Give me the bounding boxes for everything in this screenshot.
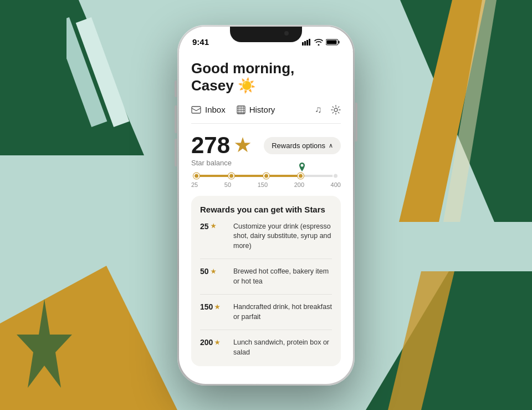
reward-25-number: 25 (200, 222, 209, 231)
reward-item-50: 50 ★ Brewed hot coffee, bakery item or h… (200, 267, 332, 286)
location-pin-icon (298, 163, 306, 174)
nav-right-icons: ♫ (315, 104, 341, 115)
current-position-marker (298, 163, 306, 176)
svg-point-15 (334, 108, 337, 112)
progress-dot-150 (263, 173, 269, 179)
svg-rect-6 (327, 40, 337, 44)
reward-200-desc: Lunch sandwich, protein box or salad (233, 338, 332, 357)
svg-rect-7 (192, 107, 201, 113)
nav-row: Inbox History (191, 104, 341, 124)
label-150: 150 (258, 181, 268, 188)
reward-150-desc: Handcrafted drink, hot breakfast or parf… (233, 302, 332, 322)
progress-section: 25 50 150 200 400 (191, 175, 341, 188)
label-50: 50 (224, 181, 231, 188)
label-200: 200 (294, 181, 304, 188)
divider-3 (200, 330, 332, 330)
progress-track (193, 175, 339, 177)
balance-display: 278 ★ (191, 134, 250, 157)
reward-star-icon-25: ★ (211, 222, 216, 230)
reward-50-number: 50 (200, 267, 209, 276)
rewards-section-title: Rewards you can get with Stars (200, 205, 332, 214)
greeting-text: Good morning, Casey ☀️ (191, 60, 341, 94)
svg-rect-3 (309, 39, 310, 45)
battery-icon (326, 39, 340, 45)
reward-star-icon-50: ★ (211, 268, 216, 275)
svg-rect-0 (302, 42, 304, 45)
progress-dot-25 (193, 173, 200, 179)
reward-50-desc: Brewed hot coffee, bakery item or hot te… (233, 267, 332, 286)
reward-25-desc: Customize your drink (espresso shot, dai… (233, 222, 332, 251)
balance-section: 278 ★ Star balance Rewards options ∧ (191, 134, 341, 167)
star-balance-icon: ★ (234, 136, 250, 154)
reward-200-stars: 200 ★ (200, 338, 228, 347)
phone-notch (230, 27, 302, 42)
reward-item-25: 25 ★ Customize your drink (espresso shot… (200, 222, 332, 251)
svg-rect-1 (304, 41, 306, 45)
history-nav-item[interactable]: History (237, 105, 275, 114)
history-label: History (249, 105, 275, 114)
progress-dot-400 (332, 173, 339, 179)
svg-rect-2 (306, 40, 308, 45)
inbox-nav-item[interactable]: Inbox (191, 105, 226, 114)
status-time: 9:41 (192, 37, 209, 47)
rewards-options-label: Rewards options (272, 141, 325, 150)
divider-1 (200, 259, 332, 259)
inbox-label: Inbox (205, 105, 226, 114)
reward-item-150: 150 ★ Handcrafted drink, hot breakfast o… (200, 302, 332, 322)
reward-150-stars: 150 ★ (200, 302, 228, 311)
balance-number: 278 (191, 134, 230, 157)
label-25: 25 (191, 181, 198, 188)
inbox-icon (191, 106, 201, 114)
reward-25-stars: 25 ★ (200, 222, 228, 231)
wifi-icon (314, 39, 323, 45)
reward-star-icon-200: ★ (214, 339, 220, 346)
star-balance-label: Star balance (191, 159, 250, 167)
svg-rect-5 (339, 41, 340, 43)
music-icon[interactable]: ♫ (315, 104, 322, 115)
reward-150-number: 150 (200, 302, 213, 311)
progress-labels: 25 50 150 200 400 (191, 181, 341, 188)
reward-star-icon-150: ★ (214, 303, 220, 311)
svg-point-16 (300, 164, 303, 166)
phone-mockup: 9:41 (177, 25, 355, 386)
progress-dot-50 (228, 173, 234, 179)
divider-2 (200, 294, 332, 295)
reward-item-200: 200 ★ Lunch sandwich, protein box or sal… (200, 338, 332, 357)
status-icons (302, 39, 340, 45)
balance-left: 278 ★ Star balance (191, 134, 250, 167)
history-icon (237, 105, 245, 114)
reward-50-stars: 50 ★ (200, 267, 228, 276)
signal-icon (302, 39, 311, 45)
settings-icon[interactable] (331, 105, 341, 115)
label-400: 400 (331, 181, 341, 188)
rewards-options-button[interactable]: Rewards options ∧ (264, 137, 341, 154)
chevron-up-icon: ∧ (329, 142, 333, 149)
rewards-section: Rewards you can get with Stars 25 ★ Cust… (191, 196, 341, 367)
screen-content: Good morning, Casey ☀️ Inbox (179, 51, 353, 367)
reward-200-number: 200 (200, 338, 213, 347)
